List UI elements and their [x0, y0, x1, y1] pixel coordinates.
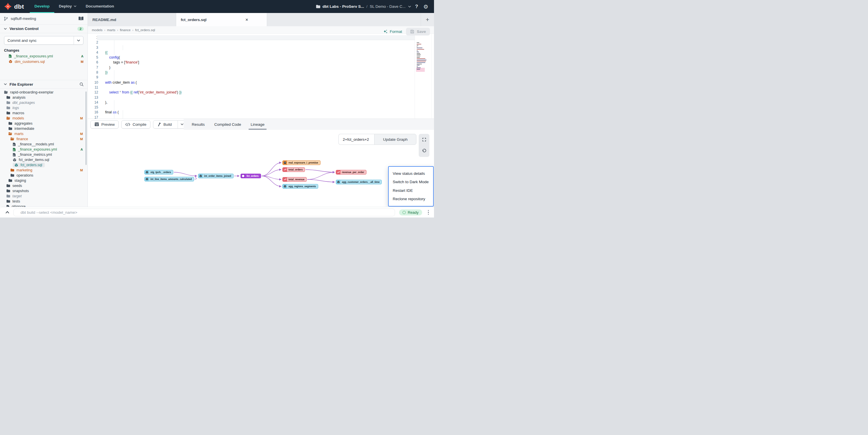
tree-item-analysis[interactable]: analysis [0, 95, 88, 100]
folder-open-icon [10, 137, 14, 140]
tree-item-logs[interactable]: logs [0, 105, 88, 110]
changed-file-dim_customers.sql[interactable]: dim_customers.sqlM [0, 59, 88, 64]
lineage-node-int_line_items_amounts_calculated[interactable]: int_line_items_amounts_calculated [144, 177, 194, 181]
fullscreen-button[interactable] [419, 134, 429, 145]
tree-item-rapid-onboarding-exemplar[interactable]: rapid-onboarding-exemplar [0, 90, 88, 95]
tree-item-name: finance [17, 137, 28, 141]
nav-deploy[interactable]: Deploy [54, 0, 81, 13]
tree-item-target[interactable]: target [0, 194, 88, 199]
dbt-logo[interactable]: dbt [0, 0, 30, 13]
lineage-node-agg_regions_segments[interactable]: agg_regions_segments [282, 184, 318, 189]
tree-item-dbt_packages[interactable]: dbt_packages [0, 100, 88, 105]
settings-gear-icon[interactable]: ⚙ [422, 3, 429, 10]
tab-readme[interactable]: README.md [88, 13, 176, 26]
save-button[interactable]: Save [406, 28, 430, 35]
lineage-node-total_orders[interactable]: total_orders [282, 167, 305, 172]
tree-item-seeds[interactable]: seeds [0, 183, 88, 188]
folder-open-icon [6, 116, 10, 120]
tab-lineage[interactable]: Lineage [251, 119, 265, 130]
lineage-node-fct_orders[interactable]: fct_orders [241, 174, 261, 178]
tree-item-operations[interactable]: operations [0, 173, 88, 178]
breadcrumb-finance[interactable]: finance [120, 28, 130, 32]
new-tab-button[interactable]: + [421, 13, 434, 26]
menu-item-switch-to-dark-mode[interactable]: Switch to Dark Mode [389, 179, 433, 185]
breadcrumb-marts[interactable]: marts [107, 28, 116, 32]
tree-item-staging[interactable]: staging [0, 178, 88, 183]
code-editor[interactable]: 1234567891011121314151617 {{ config( tag… [88, 34, 434, 119]
indent-guide [123, 110, 123, 119]
sidebar-spacer [0, 64, 88, 80]
tree-item-tests[interactable]: tests [0, 199, 88, 204]
sidebar-scrollbar[interactable] [86, 92, 87, 165]
kebab-menu-icon[interactable] [426, 209, 431, 216]
tree-item-macros[interactable]: macros [0, 110, 88, 116]
build-main[interactable]: Build [153, 121, 175, 128]
code-line-13: final as ( [105, 110, 415, 115]
file-explorer-header[interactable]: File Explorer [0, 80, 88, 89]
breadcrumb-models[interactable]: models [92, 28, 102, 32]
tree-item-name: snapshots [12, 189, 29, 193]
folder-icon [10, 168, 14, 172]
tree-item-_finance_metrics.yml[interactable]: _finance_metrics.yml [0, 152, 88, 157]
menu-item-restart-ide[interactable]: Restart IDE [389, 188, 433, 194]
tree-item-name: gitignore [11, 204, 25, 207]
folder-icon [6, 101, 10, 104]
tree-item-badge: M [80, 168, 83, 172]
tree-item-_finance_exposures.yml[interactable]: _finance_exposures.ymlA [0, 147, 88, 152]
build-button[interactable]: Build [153, 120, 187, 129]
tab-fct-orders[interactable]: fct_orders.sql ✕ [176, 13, 267, 26]
lineage-node-total_revenue[interactable]: total_revenue [282, 177, 307, 182]
tree-item-finance[interactable]: financeM [0, 136, 88, 142]
update-graph-button[interactable]: Update Graph [374, 134, 416, 145]
tree-item-_finance__models.yml[interactable]: _finance__models.yml [0, 142, 88, 147]
version-control-header[interactable]: Version Control 2 [0, 25, 88, 33]
lineage-node-revenue_per_order[interactable]: revenue_per_order [336, 170, 366, 174]
reset-graph-button[interactable] [419, 145, 429, 157]
commit-and-sync-button[interactable]: Commit and sync [4, 36, 84, 45]
preview-button[interactable]: Preview [90, 120, 119, 129]
lineage-node-int_order_items_joined[interactable]: int_order_items_joined [198, 174, 234, 178]
chevron-down-icon [74, 5, 76, 7]
menu-item-view-status-details[interactable]: View status details [389, 171, 433, 176]
search-icon[interactable] [80, 82, 84, 87]
tree-item-marts[interactable]: martsM [0, 131, 88, 136]
build-label: Build [163, 122, 172, 127]
tree-item-models[interactable]: modelsM [0, 116, 88, 121]
help-icon[interactable]: ? [414, 4, 419, 9]
docs-book-icon[interactable] [78, 16, 84, 21]
menu-item-reclone-repository[interactable]: Reclone repository [389, 196, 433, 202]
tab-results[interactable]: Results [192, 119, 205, 130]
changed-file-_finance_exposures.yml[interactable]: _finance_exposures.ymlA [0, 54, 88, 59]
tree-item-marketing[interactable]: marketingM [0, 168, 88, 173]
nav-documentation[interactable]: Documentation [81, 0, 119, 13]
tab-compiled-code[interactable]: Compiled Code [214, 119, 241, 130]
format-button[interactable]: Format [383, 29, 402, 34]
tree-item-fct_order_items.sql[interactable]: fct_order_items.sql [0, 157, 88, 162]
tree-item-intermediate[interactable]: intermediate [0, 126, 88, 131]
breadcrumb-fct_orders.sql[interactable]: fct_orders.sql [135, 28, 155, 32]
lineage-node-agg_customer_orders__all_time[interactable]: agg_customer_orders__all_time [336, 180, 382, 184]
status-badge[interactable]: Ready [399, 209, 422, 215]
code-area[interactable]: {{ config( tags = ['finance'] )}}with or… [101, 34, 415, 119]
minimap-line [417, 69, 420, 69]
project-selector[interactable]: dbt Labs - ProServ S... / SL Demo - Dave… [316, 4, 411, 9]
commit-button-label[interactable]: Commit and sync [4, 36, 74, 44]
file-icon [13, 142, 16, 146]
lineage-node-real_exposure_i_promise[interactable]: real_exposure_i_promise [282, 160, 320, 165]
tree-item-fct_orders.sql[interactable]: fct_orders.sql [0, 162, 88, 168]
lineage-node-stg_tpch__orders[interactable]: stg_tpch__orders [144, 170, 173, 174]
compile-button[interactable]: Compile [121, 120, 150, 129]
dbt-command-input[interactable] [13, 208, 395, 216]
active-line-highlight [97, 35, 415, 40]
tree-item-snapshots[interactable]: snapshots [0, 188, 88, 194]
editor-scrollbar[interactable] [431, 34, 434, 119]
minimap[interactable] [415, 34, 431, 119]
tree-item-gitignore[interactable]: gitignore [0, 204, 88, 207]
close-tab-icon[interactable]: ✕ [244, 17, 249, 23]
nav-develop[interactable]: Develop [30, 0, 54, 13]
tree-item-name: models [12, 116, 24, 120]
lineage-selector-input[interactable] [338, 134, 374, 145]
tree-item-aggregates[interactable]: aggregates [0, 121, 88, 126]
commit-options-dropdown[interactable] [74, 36, 83, 44]
expand-command-bar-button[interactable] [3, 211, 11, 214]
